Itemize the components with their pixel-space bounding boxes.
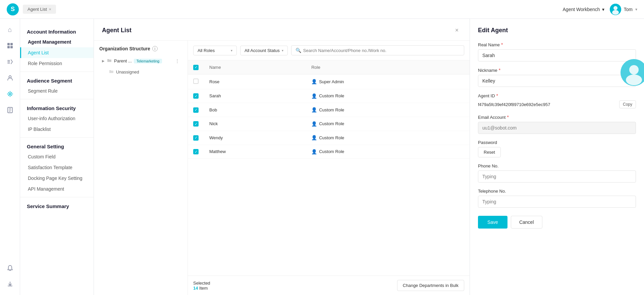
email-input[interactable] bbox=[478, 122, 636, 134]
nickname-label: Nickname * bbox=[478, 67, 636, 73]
org-item-unassigned[interactable]: Unassigned bbox=[99, 66, 182, 78]
td-role-wendy: 👤 Custom Role bbox=[306, 131, 470, 145]
telephone-group: Telephone No. bbox=[478, 189, 636, 208]
reset-password-button[interactable]: Reset bbox=[478, 147, 501, 157]
header-right: Agent Workbench ▾ Tom ▾ bbox=[563, 4, 637, 15]
information-security-title: Information Security bbox=[20, 102, 94, 113]
svg-point-12 bbox=[626, 75, 642, 85]
row-checkbox-rose[interactable] bbox=[193, 79, 199, 84]
td-name-wendy: Wendy bbox=[204, 131, 306, 145]
panel-header: Agent List × bbox=[94, 19, 470, 41]
td-name-bob: Bob bbox=[204, 103, 306, 117]
required-star-1: * bbox=[501, 42, 503, 47]
phone-label: Phone No. bbox=[478, 163, 636, 168]
telephone-input[interactable] bbox=[478, 196, 636, 208]
role-icon-sarah: 👤 bbox=[311, 93, 317, 99]
sidebar-item-api-management[interactable]: API Management bbox=[20, 184, 94, 194]
status-filter-label: All Account Status bbox=[245, 48, 280, 53]
sidebar-item-agent-list[interactable]: Agent List bbox=[20, 47, 94, 58]
required-star-2: * bbox=[499, 67, 500, 73]
org-item-parent[interactable]: ▶ Parent ... Telemarketing ⋮ bbox=[99, 55, 182, 66]
contact-icon[interactable] bbox=[3, 71, 17, 85]
user-info[interactable]: Tom ▾ bbox=[610, 4, 637, 15]
td-role-matthew: 👤 Custom Role bbox=[306, 145, 470, 159]
workflow-icon[interactable] bbox=[3, 55, 17, 68]
search-icon: 🔍 bbox=[296, 48, 301, 53]
svg-rect-6 bbox=[10, 46, 13, 48]
role-cell-matthew: 👤 Custom Role bbox=[311, 149, 464, 154]
row-checkbox-bob[interactable] bbox=[193, 107, 199, 113]
agent-workbench-dropdown[interactable]: Agent Workbench ▾ bbox=[563, 7, 604, 12]
td-name-matthew: Matthew bbox=[204, 145, 306, 159]
sidebar-item-segment-rule[interactable]: Segment Rule bbox=[20, 86, 94, 96]
search-box[interactable]: 🔍 bbox=[291, 45, 464, 55]
role-icon-wendy: 👤 bbox=[311, 135, 317, 140]
search-input[interactable] bbox=[303, 48, 460, 53]
sidebar-item-agent-management[interactable]: Agent Management bbox=[20, 37, 94, 47]
org-unassigned-folder-icon bbox=[109, 69, 114, 75]
header-checkbox[interactable] bbox=[193, 65, 199, 70]
org-info-icon: i bbox=[152, 46, 158, 51]
settings-icon[interactable] bbox=[3, 87, 17, 101]
role-label-wendy: Custom Role bbox=[319, 135, 344, 140]
roles-filter[interactable]: All Roles ▾ bbox=[193, 46, 237, 55]
save-button[interactable]: Save bbox=[478, 216, 507, 229]
org-chevron-icon: ▶ bbox=[102, 59, 105, 63]
cancel-button[interactable]: Cancel bbox=[511, 216, 542, 229]
phone-group: Phone No. bbox=[478, 163, 636, 183]
bell-icon[interactable] bbox=[3, 261, 17, 275]
table-row: Wendy 👤 Custom Role bbox=[188, 131, 470, 145]
divider-1 bbox=[20, 71, 94, 72]
sidebar-item-ip-blacklist[interactable]: IP Blacklist bbox=[20, 124, 94, 135]
nickname-input[interactable] bbox=[478, 75, 636, 87]
panel-body: Organization Structure i ▶ Parent ... Te… bbox=[94, 41, 470, 295]
tab-close-icon[interactable]: × bbox=[49, 7, 51, 12]
copy-button[interactable]: Copy bbox=[619, 100, 636, 108]
logo[interactable]: S bbox=[7, 3, 19, 15]
row-checkbox-sarah[interactable] bbox=[193, 93, 199, 99]
role-cell-wendy: 👤 Custom Role bbox=[311, 135, 464, 140]
sidebar-item-userinfo-auth[interactable]: User-info Authorization bbox=[20, 113, 94, 124]
edit-panel-title: Edit Agent bbox=[478, 27, 636, 34]
agent-id-group: Agent ID * f479a5fc39ef420f89710e692e5ec… bbox=[478, 93, 636, 108]
real-name-group: Real Name * bbox=[478, 42, 636, 61]
edit-panel: Edit Agent Real Name * Nickname * Agent … bbox=[470, 19, 644, 295]
agent-id-row: f479a5fc39ef420f89710e692e5ec957 Copy bbox=[478, 100, 636, 108]
tab-label: Agent List bbox=[28, 7, 47, 12]
td-checkbox-bob bbox=[188, 103, 204, 117]
row-checkbox-wendy[interactable] bbox=[193, 135, 199, 141]
book-icon[interactable] bbox=[3, 103, 17, 117]
td-role-rose: 👤 Super Admin bbox=[306, 74, 470, 89]
audience-segment-title: Audience Segment bbox=[20, 75, 94, 86]
header: S Agent List × Agent Workbench ▾ Tom ▾ bbox=[0, 0, 644, 19]
org-title-label: Organization Structure bbox=[99, 46, 150, 51]
sidebar-item-satisfaction-template[interactable]: Satisfaction Template bbox=[20, 162, 94, 173]
agent-workbench-label: Agent Workbench bbox=[563, 7, 600, 12]
org-more-icon[interactable]: ⋮ bbox=[175, 58, 179, 63]
svg-point-1 bbox=[613, 6, 618, 10]
bulk-change-dept-button[interactable]: Change Departments in Bulk bbox=[397, 280, 464, 291]
role-icon-matthew: 👤 bbox=[311, 149, 317, 154]
sidebar-item-custom-field[interactable]: Custom Field bbox=[20, 151, 94, 162]
phone-input[interactable] bbox=[478, 170, 636, 183]
grid-icon[interactable] bbox=[3, 39, 17, 52]
real-name-input[interactable] bbox=[478, 49, 636, 61]
download-icon[interactable] bbox=[3, 278, 17, 291]
role-icon-rose: 👤 bbox=[311, 79, 317, 84]
row-checkbox-matthew[interactable] bbox=[193, 149, 199, 154]
required-star-4: * bbox=[507, 114, 508, 120]
row-checkbox-nick[interactable] bbox=[193, 121, 199, 127]
password-label: Password bbox=[478, 140, 636, 145]
table-row: Rose 👤 Super Admin bbox=[188, 74, 470, 89]
org-tag: Telemarketing bbox=[134, 59, 162, 63]
agent-list-tab[interactable]: Agent List × bbox=[23, 5, 56, 14]
status-filter[interactable]: All Account Status ▾ bbox=[240, 46, 288, 55]
service-summary-title: Service Summary bbox=[20, 200, 94, 211]
divider-2 bbox=[20, 99, 94, 99]
real-name-label: Real Name * bbox=[478, 42, 636, 47]
panel-close-icon[interactable]: × bbox=[452, 26, 462, 35]
selected-info: Selected 14 Item bbox=[193, 281, 210, 291]
sidebar-item-role-permission[interactable]: Role Permission bbox=[20, 58, 94, 69]
home-icon[interactable]: ⌂ bbox=[3, 23, 17, 36]
sidebar-item-docking-page[interactable]: Docking Page Key Setting bbox=[20, 173, 94, 184]
